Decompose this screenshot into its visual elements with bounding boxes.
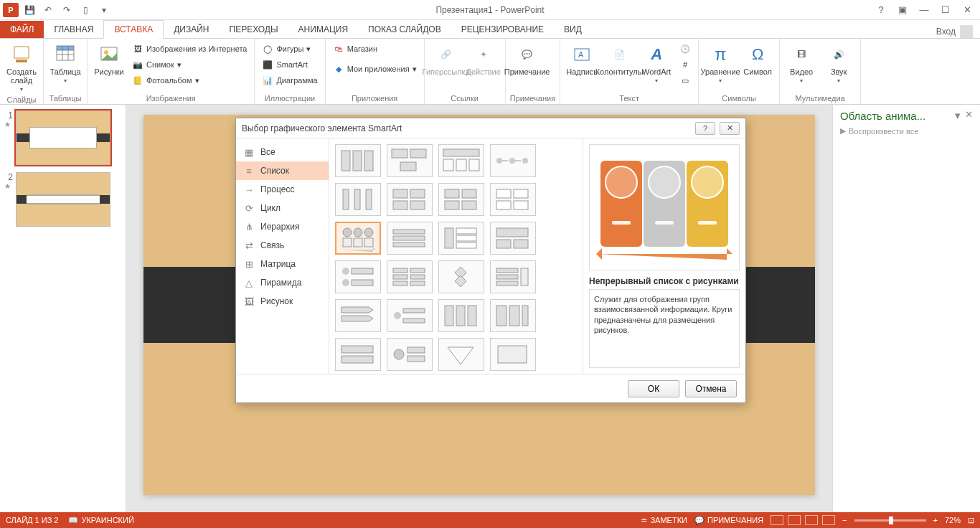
layout-item[interactable] [490,338,536,371]
zoom-in-icon[interactable]: + [933,516,938,524]
sorter-view-icon[interactable] [788,515,801,525]
my-apps-button[interactable]: ◆Мои приложения ▾ [330,62,420,76]
action-button[interactable]: ✦Действие [466,42,501,77]
store-button[interactable]: 🛍Магазин [330,42,420,56]
wordart-button[interactable]: AWordArt▾ [639,42,674,85]
reading-view-icon[interactable] [805,515,818,525]
header-footer-button[interactable]: 📄Колонтитулы [602,42,636,77]
play-all-button[interactable]: ▶ Воспроизвести все [840,126,973,136]
tab-insert[interactable]: ВСТАВКА [103,20,164,39]
cat-relationship[interactable]: ⇄Связь [236,236,329,255]
slide-number-button[interactable]: # [677,57,694,72]
equation-button[interactable]: πУравнение▾ [703,42,738,85]
ok-button[interactable]: ОК [628,380,679,397]
slideshow-view-icon[interactable] [822,515,835,525]
cat-hierarchy[interactable]: ⋔Иерархия [236,217,329,236]
textbox-button[interactable]: AНадпись [565,42,599,77]
online-pictures-button[interactable]: 🖼Изображения из Интернета [129,42,250,56]
zoom-level[interactable]: 72% [945,516,961,524]
minimize-icon[interactable]: — [914,3,934,17]
tab-transitions[interactable]: ПЕРЕХОДЫ [220,21,288,38]
slide-thumbnail[interactable] [16,110,110,165]
layout-item[interactable] [438,260,484,293]
dialog-close-icon[interactable]: ✕ [720,122,740,135]
maximize-icon[interactable]: ☐ [936,3,956,17]
symbol-button[interactable]: ΩСимвол [740,42,775,77]
audio-button[interactable]: 🔊Звук▾ [821,42,856,85]
layout-item[interactable] [438,338,484,371]
notes-button[interactable]: ≐ ЗАМЕТКИ [641,516,687,525]
dialog-help-icon[interactable]: ? [695,122,715,135]
layout-item[interactable] [490,183,536,216]
cat-all[interactable]: ▦Все [236,143,329,161]
zoom-slider[interactable] [854,519,926,522]
tab-view[interactable]: ВИД [554,21,592,38]
tab-review[interactable]: РЕЦЕНЗИРОВАНИЕ [451,21,554,38]
new-slide-button[interactable]: Создать слайд▾ [4,42,39,94]
cancel-button[interactable]: Отмена [685,380,737,397]
login-link[interactable]: Вход [936,27,956,37]
layout-item[interactable] [387,183,433,216]
layout-item[interactable] [335,260,381,293]
date-time-button[interactable]: 🕓 [677,42,694,56]
comments-button[interactable]: 💬 ПРИМЕЧАНИЯ [694,516,763,525]
layout-item[interactable] [387,260,433,293]
hyperlink-button[interactable]: 🔗Гиперссылка [429,42,463,77]
screenshot-button[interactable]: 📷Снимок ▾ [129,57,250,72]
tab-design[interactable]: ДИЗАЙН [164,21,219,38]
slide-thumbnail[interactable] [16,172,110,227]
tab-slideshow[interactable]: ПОКАЗ СЛАЙДОВ [358,21,451,38]
qat-dropdown-icon[interactable]: ▾ [96,2,112,18]
layout-item[interactable] [335,338,381,371]
layout-item-selected[interactable] [335,222,381,255]
start-slideshow-icon[interactable]: ▯ [77,2,93,18]
slide-indicator[interactable]: СЛАЙД 1 ИЗ 2 [6,516,58,524]
tab-animations[interactable]: АНИМАЦИЯ [288,21,358,38]
photo-album-button[interactable]: 📒Фотоальбом ▾ [129,73,250,88]
cat-matrix[interactable]: ⊞Матрица [236,255,329,273]
layout-item[interactable] [490,260,536,293]
video-button[interactable]: 🎞Видео▾ [784,42,819,85]
shapes-button[interactable]: ◯Фигуры ▾ [259,42,320,56]
user-icon[interactable] [960,25,973,38]
layout-item[interactable] [387,338,433,371]
layout-item[interactable] [490,144,536,177]
layout-item[interactable] [490,299,536,332]
cat-pyramid[interactable]: △Пирамида [236,273,329,292]
layout-item[interactable] [387,299,433,332]
pictures-button[interactable]: Рисунки [92,42,126,77]
cat-picture[interactable]: 🖼Рисунок [236,292,329,311]
object-button[interactable]: ▭ [677,73,694,88]
comment-button[interactable]: 💬Примечание [510,42,545,77]
save-icon[interactable]: 💾 [22,2,37,18]
undo-icon[interactable]: ↶ [40,2,56,18]
layout-item[interactable] [438,222,484,255]
smartart-button[interactable]: ⬛SmartArt [259,57,320,72]
table-button[interactable]: Таблица▾ [48,42,83,85]
close-icon[interactable]: ✕ [957,3,977,17]
help-icon[interactable]: ? [871,3,891,17]
tab-home[interactable]: ГЛАВНАЯ [44,21,103,38]
fit-to-window-icon[interactable]: ⊡ [968,516,974,525]
layout-item[interactable] [387,144,433,177]
layout-item[interactable] [438,299,484,332]
cat-cycle[interactable]: ⟳Цикл [236,199,329,217]
layout-item[interactable] [438,183,484,216]
ribbon-display-icon[interactable]: ▣ [892,3,913,17]
language-indicator[interactable]: 📖 УКРАИНСКИЙ [68,516,133,525]
zoom-out-icon[interactable]: − [842,516,847,524]
normal-view-icon[interactable] [771,515,783,525]
layout-item[interactable] [335,299,381,332]
layout-item[interactable] [387,222,433,255]
pane-dropdown-icon[interactable]: ▾ [955,109,961,122]
cat-list[interactable]: ≡Список [236,161,329,180]
pane-close-icon[interactable]: ✕ [965,109,973,122]
redo-icon[interactable]: ↷ [59,2,75,18]
layout-item[interactable] [335,144,381,177]
tab-file[interactable]: ФАЙЛ [0,21,44,38]
layout-item[interactable] [438,144,484,177]
layout-item[interactable] [490,222,536,255]
cat-process[interactable]: →Процесс [236,180,329,199]
chart-button[interactable]: 📊Диаграмма [259,73,320,88]
layout-item[interactable] [335,183,381,216]
